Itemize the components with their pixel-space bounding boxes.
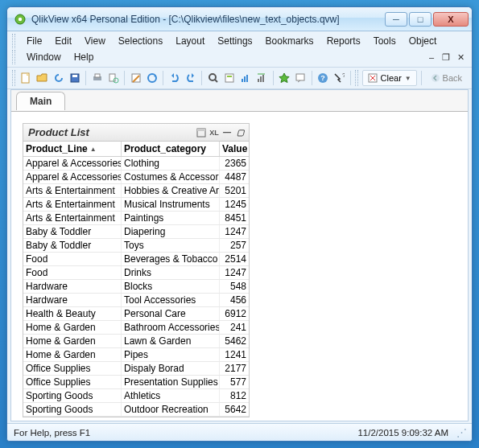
- col-header-value[interactable]: Value: [220, 142, 249, 156]
- cell-value[interactable]: 2514: [220, 253, 249, 265]
- bookmark-add-icon[interactable]: [278, 70, 291, 86]
- cell-product-category[interactable]: Tool Accessories: [122, 294, 220, 306]
- table-row[interactable]: Arts & EntertainmentHobbies & Creative A…: [23, 184, 249, 198]
- cell-product-line[interactable]: Office Supplies: [23, 362, 122, 375]
- mdi-minimize-icon[interactable]: –: [425, 51, 438, 63]
- cell-value[interactable]: 6912: [220, 307, 249, 320]
- cell-value[interactable]: 257: [220, 239, 249, 252]
- search-icon[interactable]: [206, 70, 220, 86]
- cell-value[interactable]: 456: [220, 294, 249, 306]
- cell-product-line[interactable]: Baby & Toddler: [23, 225, 122, 238]
- cell-product-line[interactable]: Health & Beauty: [23, 307, 122, 320]
- menubar-grip[interactable]: [12, 34, 15, 48]
- cell-product-line[interactable]: Sporting Goods: [23, 403, 122, 416]
- table-row[interactable]: Home & GardenBathroom Accessories241: [23, 321, 249, 335]
- menu-view[interactable]: View: [78, 33, 112, 49]
- menu-reports[interactable]: Reports: [320, 33, 367, 49]
- toolbar-grip[interactable]: [12, 70, 15, 86]
- cell-value[interactable]: 241: [220, 321, 249, 334]
- cell-product-category[interactable]: Beverages & Tobacco: [122, 253, 220, 265]
- cell-value[interactable]: 2177: [220, 362, 249, 375]
- table-row[interactable]: FoodBeverages & Tobacco2514: [23, 253, 249, 266]
- clear-button[interactable]: Clear ▼: [362, 70, 417, 86]
- cell-product-line[interactable]: Baby & Toddler: [23, 239, 122, 252]
- open-file-icon[interactable]: [35, 70, 49, 86]
- cell-product-category[interactable]: Lawn & Garden: [122, 335, 220, 347]
- product-list-object[interactable]: Product List XL — ▢ Product_Line▲ Produc…: [23, 123, 250, 417]
- table-row[interactable]: Baby & ToddlerToys257: [23, 239, 249, 253]
- cell-product-category[interactable]: Toys: [122, 239, 220, 252]
- table-row[interactable]: Home & GardenPipes1241: [23, 348, 249, 362]
- cell-product-line[interactable]: Sporting Goods: [23, 389, 122, 402]
- table-row[interactable]: Sporting GoodsAthletics812: [23, 389, 249, 403]
- table-row[interactable]: Baby & ToddlerDiapering1247: [23, 225, 249, 239]
- cell-product-category[interactable]: Personal Care: [122, 307, 220, 320]
- tab-main[interactable]: Main: [16, 92, 65, 110]
- cell-value[interactable]: 812: [220, 389, 249, 402]
- menu-tools[interactable]: Tools: [367, 33, 403, 49]
- cell-product-category[interactable]: Dispaly Borad: [122, 362, 220, 375]
- col-header-product-category[interactable]: Product_category: [122, 142, 220, 156]
- cell-product-category[interactable]: Blocks: [122, 280, 220, 293]
- cell-product-category[interactable]: Clothing: [122, 157, 220, 170]
- table-row[interactable]: Apparel & AccessoriesClothing2365: [23, 157, 249, 171]
- maximize-object-icon[interactable]: ▢: [234, 127, 246, 138]
- cell-value[interactable]: 548: [220, 280, 249, 293]
- cell-product-category[interactable]: Presentation Supplies: [122, 376, 220, 388]
- cell-product-line[interactable]: Arts & Entertainment: [23, 198, 122, 211]
- table-row[interactable]: Home & GardenLawn & Garden5462: [23, 335, 249, 348]
- menu-layout[interactable]: Layout: [169, 33, 211, 49]
- close-button[interactable]: X: [433, 12, 469, 27]
- cell-product-line[interactable]: Hardware: [23, 280, 122, 293]
- menu-edit[interactable]: Edit: [48, 33, 78, 49]
- table-row[interactable]: HardwareBlocks548: [23, 280, 249, 294]
- cell-product-category[interactable]: Diapering: [122, 225, 220, 238]
- menu-settings[interactable]: Settings: [211, 33, 258, 49]
- cell-product-category[interactable]: Athletics: [122, 389, 220, 402]
- menu-object[interactable]: Object: [403, 33, 444, 49]
- cell-product-category[interactable]: Drinks: [122, 266, 220, 279]
- cell-product-line[interactable]: Hardware: [23, 294, 122, 306]
- send-to-excel-icon[interactable]: [196, 127, 207, 138]
- export-xl-icon[interactable]: XL: [209, 127, 220, 138]
- cell-value[interactable]: 5462: [220, 335, 249, 347]
- sheet[interactable]: Product List XL — ▢ Product_Line▲ Produc…: [11, 111, 468, 421]
- refresh-icon[interactable]: [52, 70, 65, 86]
- menu-window[interactable]: Window: [20, 49, 68, 65]
- redo-icon[interactable]: [184, 70, 197, 86]
- menu-selections[interactable]: Selections: [112, 33, 169, 49]
- table-icon[interactable]: [255, 70, 269, 86]
- table-row[interactable]: Office SuppliesDispaly Borad2177: [23, 362, 249, 376]
- minimize-button[interactable]: ─: [385, 12, 407, 27]
- minimize-object-icon[interactable]: —: [221, 127, 233, 138]
- table-row[interactable]: HardwareTool Accessories456: [23, 294, 249, 307]
- cell-product-line[interactable]: Apparel & Accessories: [23, 157, 122, 170]
- cell-product-line[interactable]: Home & Garden: [23, 321, 122, 334]
- menu-file[interactable]: File: [20, 33, 48, 49]
- cell-value[interactable]: 1245: [220, 198, 249, 211]
- titlebar[interactable]: QlikView x64 Personal Edition - [C:\Qlik…: [7, 7, 472, 31]
- table-row[interactable]: Apparel & AccessoriesCostumes & Accessor…: [23, 171, 249, 184]
- cell-product-category[interactable]: Outdoor Recreation: [122, 403, 220, 416]
- menu-bookmarks[interactable]: Bookmarks: [259, 33, 320, 49]
- table-row[interactable]: FoodDrinks1247: [23, 266, 249, 280]
- cell-product-category[interactable]: Musical Instruments: [122, 198, 220, 211]
- cell-product-line[interactable]: Office Supplies: [23, 376, 122, 388]
- undo-icon[interactable]: [167, 70, 181, 86]
- cell-product-category[interactable]: Bathroom Accessories: [122, 321, 220, 334]
- whats-this-icon[interactable]: ?: [332, 70, 346, 86]
- cell-product-category[interactable]: Costumes & Accessories: [122, 171, 220, 183]
- cell-product-line[interactable]: Food: [23, 266, 122, 279]
- new-file-icon[interactable]: [19, 70, 33, 86]
- cell-value[interactable]: 1247: [220, 266, 249, 279]
- cell-value[interactable]: 5642: [220, 403, 249, 416]
- mdi-restore-icon[interactable]: ❐: [440, 51, 452, 63]
- table-row[interactable]: Health & BeautyPersonal Care6912: [23, 307, 249, 321]
- back-button[interactable]: Back: [426, 70, 467, 86]
- object-caption[interactable]: Product List XL — ▢: [23, 124, 249, 142]
- cell-product-line[interactable]: Apparel & Accessories: [23, 171, 122, 183]
- cell-value[interactable]: 8451: [220, 212, 249, 224]
- cell-value[interactable]: 1241: [220, 348, 249, 361]
- cell-product-line[interactable]: Home & Garden: [23, 335, 122, 347]
- cell-value[interactable]: 577: [220, 376, 249, 388]
